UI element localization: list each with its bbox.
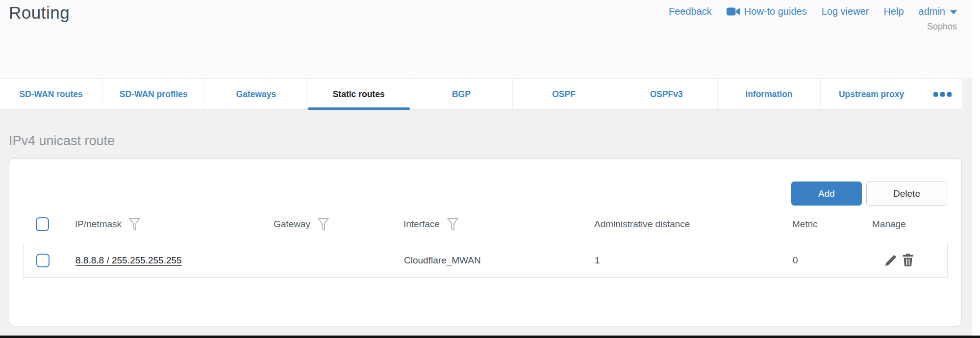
ellipsis-icon [947,92,952,97]
how-to-guides-label: How-to guides [744,6,807,17]
top-nav: Feedback How-to guides Log viewer Help a… [669,6,957,17]
tab-static-routes[interactable]: Static routes [308,79,410,109]
log-viewer-link[interactable]: Log viewer [822,6,869,17]
page-title: Routing [9,3,70,23]
administrative-distance-header-label: Administrative distance [594,219,690,230]
filter-icon[interactable] [128,217,141,232]
tab-upstream-proxy[interactable]: Upstream proxy [821,79,923,109]
interface-cell: Cloudflare_MWAN [404,255,595,266]
tab-bar: SD-WAN routes SD-WAN profiles Gateways S… [0,78,962,110]
ip-netmask-header-label: IP/netmask [75,219,122,230]
header-checkbox-cell [23,217,75,231]
routes-card: Add Delete IP/netmask Gateway [9,158,962,326]
card-actions: Add Delete [791,182,947,206]
tab-information[interactable]: Information [718,79,820,109]
row-checkbox[interactable] [36,254,50,267]
edit-pencil-icon[interactable] [884,254,897,267]
feedback-label: Feedback [669,6,712,17]
ellipsis-icon [933,92,938,97]
column-header-ip-netmask: IP/netmask [75,217,274,232]
how-to-guides-link[interactable]: How-to guides [727,6,807,17]
column-header-interface: Interface [403,217,594,232]
metric-header-label: Metric [792,219,818,230]
column-header-manage: Manage [872,219,948,230]
video-camera-icon [727,7,740,16]
table-header-row: IP/netmask Gateway Interface [23,212,948,236]
scrollbar-track[interactable] [972,0,980,336]
section-heading: IPv4 unicast route [9,133,115,149]
brand-label: Sophos [927,22,957,32]
tab-sdwan-routes[interactable]: SD-WAN routes [0,79,102,109]
select-all-checkbox[interactable] [36,217,49,231]
tab-bgp[interactable]: BGP [410,79,513,109]
column-header-gateway: Gateway [274,217,403,232]
routing-page: Routing Feedback How-to guides Log viewe… [0,0,980,338]
filter-icon[interactable] [447,217,459,232]
tab-ospfv3[interactable]: OSPFv3 [615,79,718,109]
metric-cell: 0 [793,255,873,266]
ip-netmask-link[interactable]: 8.8.8.8 / 255.255.255.255 [75,255,182,265]
feedback-link[interactable]: Feedback [669,6,712,17]
caret-down-icon [950,10,957,14]
manage-cell [873,254,947,267]
window-bottom-edge [0,336,980,338]
manage-header-label: Manage [872,219,906,230]
table-row: 8.8.8.8 / 255.255.255.255 Cloudflare_MWA… [23,243,948,278]
filter-icon[interactable] [317,217,329,232]
help-label: Help [883,6,904,17]
tab-sdwan-profiles[interactable]: SD-WAN profiles [102,79,205,109]
tab-gateways[interactable]: Gateways [205,79,307,109]
delete-trash-icon[interactable] [902,254,914,267]
add-button[interactable]: Add [791,182,862,206]
delete-button[interactable]: Delete [866,182,947,206]
top-header: Routing Feedback How-to guides Log viewe… [0,0,980,78]
column-header-metric: Metric [792,219,872,230]
column-header-administrative-distance: Administrative distance [594,219,792,230]
administrative-distance-cell: 1 [595,255,793,266]
interface-header-label: Interface [403,219,440,230]
gateway-header-label: Gateway [274,219,310,230]
admin-menu[interactable]: admin [919,6,957,17]
tab-overflow-button[interactable] [923,79,962,109]
row-checkbox-cell [24,254,75,267]
help-link[interactable]: Help [883,6,904,17]
ellipsis-icon [940,92,945,97]
admin-label: admin [919,6,945,17]
tab-ospf[interactable]: OSPF [513,79,615,109]
log-viewer-label: Log viewer [822,6,869,17]
ip-netmask-cell: 8.8.8.8 / 255.255.255.255 [75,255,274,266]
